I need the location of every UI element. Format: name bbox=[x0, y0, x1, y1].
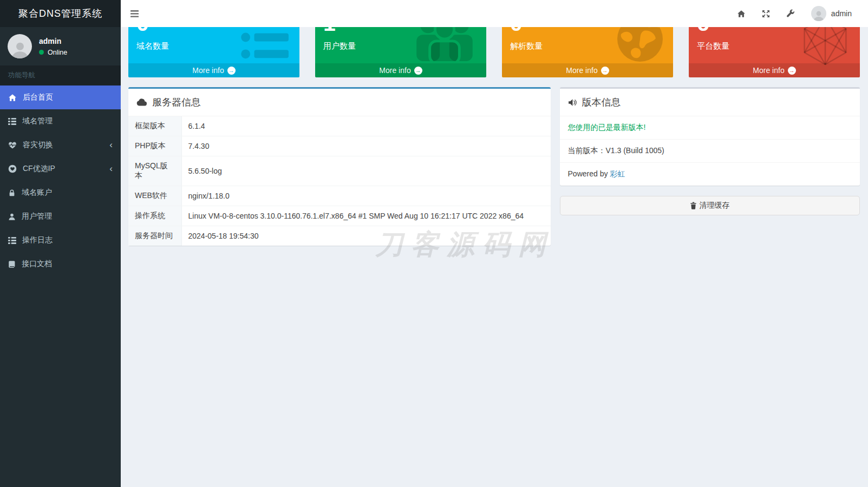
sidebar-toggle-button[interactable] bbox=[121, 0, 148, 27]
list-icon bbox=[8, 236, 16, 245]
online-status-dot bbox=[39, 50, 44, 55]
row-value: 6.1.4 bbox=[181, 116, 551, 136]
more-info-link[interactable]: More info → bbox=[502, 63, 673, 77]
server-info-header: 服务器信息 bbox=[128, 89, 551, 116]
panel-title: 服务器信息 bbox=[152, 96, 201, 109]
powered-by: Powered by 彩虹 bbox=[560, 163, 860, 186]
sidebar-user-status[interactable]: Online bbox=[39, 49, 67, 56]
panels-row: 服务器信息 框架版本 6.1.4 PHP版本 7.4.30 MySQL版本 5.… bbox=[128, 87, 860, 256]
server-info-panel: 服务器信息 框架版本 6.1.4 PHP版本 7.4.30 MySQL版本 5.… bbox=[128, 87, 551, 246]
more-info-label: More info bbox=[753, 66, 784, 75]
sidebar-item-cf-ip[interactable]: CF优选IP ‹ bbox=[0, 157, 121, 181]
th-list-icon bbox=[8, 117, 16, 126]
navbar-avatar bbox=[811, 6, 826, 21]
navbar-user-menu[interactable]: admin bbox=[811, 6, 852, 21]
chevron-left-icon: ‹ bbox=[109, 166, 113, 172]
arrow-circle-right-icon: → bbox=[601, 67, 609, 75]
main-header: 聚合DNS管理系统 bbox=[0, 0, 868, 27]
table-row: 操作系统 Linux VM-0-8-centos 3.10.0-1160.76.… bbox=[128, 206, 551, 226]
top-navbar: admin bbox=[121, 0, 868, 27]
server-info-table: 框架版本 6.1.4 PHP版本 7.4.30 MySQL版本 5.6.50-l… bbox=[128, 116, 551, 246]
version-info-header: 版本信息 bbox=[560, 89, 860, 116]
sidebar-item-label: 接口文档 bbox=[22, 259, 52, 269]
navbar-right: admin bbox=[737, 6, 868, 21]
sidebar-item-domain-manage[interactable]: 域名管理 bbox=[0, 109, 121, 133]
navbar-user-name: admin bbox=[831, 9, 852, 18]
row-value: nginx/1.18.0 bbox=[181, 186, 551, 206]
row-label: PHP版本 bbox=[128, 136, 181, 156]
table-row: MySQL版本 5.6.50-log bbox=[128, 156, 551, 186]
powered-by-prefix: Powered by bbox=[568, 169, 610, 178]
arrow-circle-right-icon: → bbox=[414, 67, 422, 75]
circle-heart-icon bbox=[8, 164, 17, 173]
home-icon[interactable] bbox=[737, 10, 746, 18]
app-logo[interactable]: 聚合DNS管理系统 bbox=[0, 0, 121, 27]
panel-title: 版本信息 bbox=[582, 96, 621, 109]
book-icon bbox=[8, 260, 16, 268]
more-info-link[interactable]: More info → bbox=[128, 63, 299, 77]
table-row: PHP版本 7.4.30 bbox=[128, 136, 551, 156]
sidebar-item-label: 后台首页 bbox=[23, 93, 53, 102]
row-value: Linux VM-0-8-centos 3.10.0-1160.76.1.el7… bbox=[181, 206, 551, 226]
user-icon bbox=[8, 213, 16, 221]
sidebar-item-domain-account[interactable]: 域名账户 bbox=[0, 181, 121, 205]
arrow-circle-right-icon: → bbox=[227, 67, 236, 75]
sidebar-item-api-docs[interactable]: 接口文档 bbox=[0, 252, 121, 276]
clear-cache-label: 清理缓存 bbox=[699, 201, 729, 210]
row-value: 5.6.50-log bbox=[181, 156, 551, 186]
sidebar: admin Online 功能导航 后台首页 域名管理 容灾切换 ‹ bbox=[0, 27, 121, 487]
row-label: 操作系统 bbox=[128, 206, 181, 226]
sidebar-user-panel: admin Online bbox=[0, 27, 121, 65]
trash-icon bbox=[690, 202, 697, 209]
home-icon bbox=[8, 94, 17, 102]
volume-up-icon bbox=[568, 98, 577, 107]
sidebar-item-user-manage[interactable]: 用户管理 bbox=[0, 205, 121, 228]
row-value: 2024-05-18 19:54:30 bbox=[181, 226, 551, 246]
lock-icon bbox=[8, 189, 16, 197]
table-row: 服务器时间 2024-05-18 19:54:30 bbox=[128, 226, 551, 246]
online-status-label: Online bbox=[48, 49, 67, 56]
sidebar-item-operation-log[interactable]: 操作日志 bbox=[0, 228, 121, 252]
row-label: MySQL版本 bbox=[128, 156, 181, 186]
more-info-link[interactable]: More info → bbox=[315, 63, 486, 77]
more-info-label: More info bbox=[379, 66, 410, 75]
sidebar-item-label: 容灾切换 bbox=[23, 140, 53, 150]
sidebar-item-label: CF优选IP bbox=[23, 164, 55, 174]
row-value: 7.4.30 bbox=[181, 136, 551, 156]
current-version: 当前版本：V1.3 (Build 1005) bbox=[560, 140, 860, 163]
more-info-link[interactable]: More info → bbox=[689, 63, 860, 77]
hamburger-icon bbox=[130, 10, 139, 17]
sidebar-avatar bbox=[8, 34, 32, 58]
fullscreen-icon[interactable] bbox=[762, 10, 770, 18]
sidebar-user-name: admin bbox=[39, 37, 67, 45]
more-info-label: More info bbox=[566, 66, 597, 75]
powered-by-link[interactable]: 彩虹 bbox=[610, 169, 625, 178]
sidebar-item-dashboard[interactable]: 后台首页 bbox=[0, 85, 121, 109]
table-row: WEB软件 nginx/1.18.0 bbox=[128, 186, 551, 206]
heartbeat-icon bbox=[8, 141, 17, 149]
chevron-left-icon: ‹ bbox=[109, 142, 113, 148]
sidebar-item-label: 用户管理 bbox=[22, 212, 52, 221]
latest-version-message: 您使用的已是最新版本! bbox=[560, 116, 860, 140]
sidebar-item-label: 域名账户 bbox=[22, 188, 52, 198]
wrench-icon[interactable] bbox=[786, 9, 795, 18]
sidebar-item-failover[interactable]: 容灾切换 ‹ bbox=[0, 133, 121, 157]
row-label: WEB软件 bbox=[128, 186, 181, 206]
row-label: 框架版本 bbox=[128, 116, 181, 136]
more-info-label: More info bbox=[192, 66, 224, 75]
sidebar-item-label: 操作日志 bbox=[22, 235, 53, 245]
row-label: 服务器时间 bbox=[128, 226, 181, 246]
arrow-circle-right-icon: → bbox=[788, 67, 796, 75]
clear-cache-button[interactable]: 清理缓存 bbox=[560, 196, 860, 215]
sidebar-item-label: 域名管理 bbox=[22, 116, 53, 126]
cloud-icon bbox=[136, 98, 147, 106]
content-area: 0 域名数量 More info → 1 用户数量 More info bbox=[121, 0, 868, 256]
version-info-panel: 版本信息 您使用的已是最新版本! 当前版本：V1.3 (Build 1005) … bbox=[560, 87, 860, 186]
sidebar-section-header: 功能导航 bbox=[0, 65, 121, 85]
table-row: 框架版本 6.1.4 bbox=[128, 116, 551, 136]
